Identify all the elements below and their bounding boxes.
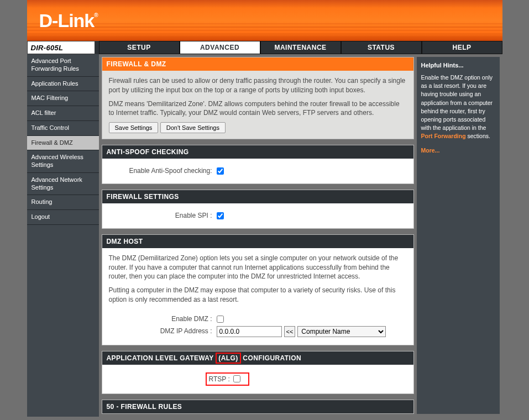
sidebar-item-routing[interactable]: Routing — [27, 195, 99, 210]
dmz-title: DMZ HOST — [102, 235, 413, 248]
dmz-ip-label: DMZ IP Address : — [109, 327, 217, 336]
anti-spoof-label: Enable Anti-Spoof checking: — [109, 166, 217, 176]
enable-dmz-label: Enable DMZ : — [109, 314, 217, 324]
firewall-rules-card: 50 - FIREWALL RULES — [102, 400, 414, 414]
sidebar-item-application-rules[interactable]: Application Rules — [27, 77, 99, 92]
alg-highlight: (ALG) — [216, 353, 240, 364]
header-banner: D-Link® — [27, 0, 502, 41]
anti-spoof-card: ANTI-SPOOF CHECKING Enable Anti-Spoof ch… — [102, 145, 414, 184]
dont-save-settings-button[interactable]: Don't Save Settings — [160, 122, 226, 133]
anti-spoof-checkbox[interactable] — [217, 167, 224, 175]
alg-card: APPLICATION LEVEL GATEWAY (ALG) CONFIGUR… — [102, 351, 414, 395]
intro-card: FIREWALL & DMZ Firewall rules can be use… — [102, 57, 414, 139]
tab-maintenance[interactable]: MAINTENANCE — [260, 41, 341, 54]
top-tabs: DIR-605L SETUP ADVANCED MAINTENANCE STAT… — [27, 41, 502, 54]
hints-body: Enable the DMZ option only as a last res… — [421, 74, 495, 141]
firewall-settings-title: FIREWALL SETTINGS — [102, 190, 413, 203]
copy-from-client-button[interactable]: << — [284, 326, 296, 337]
sidebar-item-traffic-control[interactable]: Traffic Control — [27, 121, 99, 136]
computer-name-select[interactable]: Computer Name — [297, 326, 386, 337]
more-link[interactable]: More... — [421, 147, 440, 154]
dmz-p2: Putting a computer in the DMZ may expose… — [109, 286, 407, 305]
alg-title: APPLICATION LEVEL GATEWAY (ALG) CONFIGUR… — [102, 351, 413, 365]
brand-logo: D-Link® — [39, 10, 98, 32]
enable-dmz-checkbox[interactable] — [217, 316, 224, 323]
hints-title: Helpful Hints... — [421, 61, 495, 70]
sidebar-item-logout[interactable]: Logout — [27, 210, 99, 225]
rtsp-label: RTSP : — [209, 375, 230, 384]
dmz-ip-input[interactable] — [217, 326, 282, 337]
sidebar-item-acl-filter[interactable]: ACL filter — [27, 106, 99, 121]
firewall-settings-card: FIREWALL SETTINGS Enable SPI : — [102, 190, 414, 229]
rtsp-highlight-box: RTSP : — [206, 372, 249, 386]
sidebar-item-mac-filtering[interactable]: MAC Filtering — [27, 91, 99, 106]
sidebar: Advanced Port Forwarding Rules Applicati… — [27, 54, 99, 417]
sidebar-item-firewall-dmz[interactable]: Firewall & DMZ — [27, 136, 99, 151]
sidebar-item-advanced-port-forwarding-rules[interactable]: Advanced Port Forwarding Rules — [27, 54, 99, 77]
sidebar-item-advanced-wireless-settings[interactable]: Advanced Wireless Settings — [27, 150, 99, 173]
save-settings-button[interactable]: Save Settings — [109, 122, 159, 133]
intro-title: FIREWALL & DMZ — [102, 57, 413, 71]
intro-p2: DMZ means 'Demilitarized Zone'. DMZ allo… — [109, 99, 407, 118]
dmz-p1: The DMZ (Demilitarized Zone) option lets… — [109, 254, 407, 281]
spi-checkbox[interactable] — [217, 212, 224, 219]
firewall-rules-title: 50 - FIREWALL RULES — [102, 400, 413, 413]
dmz-card: DMZ HOST The DMZ (Demilitarized Zone) op… — [102, 234, 414, 345]
tab-setup[interactable]: SETUP — [99, 41, 180, 54]
helpful-hints-panel: Helpful Hints... Enable the DMZ option o… — [417, 57, 500, 414]
rtsp-checkbox[interactable] — [233, 375, 240, 382]
tab-help[interactable]: HELP — [422, 41, 502, 54]
sidebar-item-advanced-network-settings[interactable]: Advanced Network Settings — [27, 173, 99, 196]
spi-label: Enable SPI : — [109, 211, 217, 221]
anti-spoof-title: ANTI-SPOOF CHECKING — [102, 145, 413, 159]
model-label: DIR-605L — [27, 41, 99, 54]
tab-status[interactable]: STATUS — [341, 41, 422, 54]
intro-p1: Firewall rules can be used to allow or d… — [109, 76, 407, 95]
port-forwarding-link[interactable]: Port Forwarding — [421, 133, 466, 139]
tab-advanced[interactable]: ADVANCED — [180, 41, 260, 54]
